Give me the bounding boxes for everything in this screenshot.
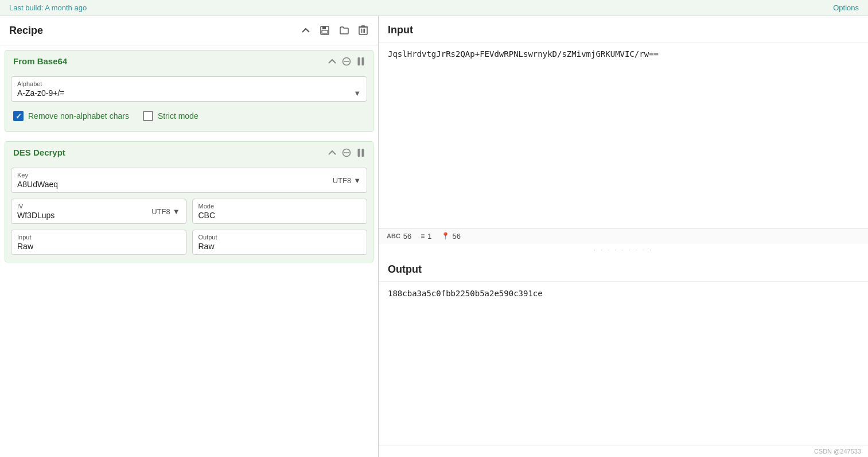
- recipe-header: Recipe: [0, 16, 378, 45]
- mode-label: Mode: [198, 203, 361, 210]
- main-layout: Recipe: [0, 16, 868, 457]
- recipe-title: Recipe: [9, 25, 43, 37]
- input-section: Input JqslHrdvtgJrRs2QAp+FEVdwRPNLswrnyk…: [379, 16, 868, 244]
- strict-mode-label: Strict mode: [158, 111, 198, 121]
- svg-rect-11: [358, 57, 360, 65]
- input-output-row: Input Raw Output Raw: [11, 230, 367, 255]
- input-box: Input Raw: [11, 230, 186, 255]
- from-base64-body: Alphabet A-Za-z0-9+/= ▼ ✓ Remove non-alp…: [5, 72, 373, 131]
- stat-position: 📍 56: [441, 232, 461, 241]
- chevron-up-icon: [301, 26, 310, 35]
- delete-button[interactable]: [357, 24, 369, 37]
- chevron-up-icon: [328, 58, 336, 65]
- save-button[interactable]: [318, 24, 331, 37]
- stat-char-count: ABC 56: [387, 232, 411, 241]
- des-decrypt-controls: [328, 148, 365, 157]
- iv-encoding-arrow: ▼: [173, 207, 180, 216]
- svg-rect-16: [362, 149, 364, 157]
- output-label: Output: [198, 234, 361, 241]
- folder-icon: [339, 25, 349, 36]
- recipe-actions: [300, 24, 369, 37]
- output-value[interactable]: Raw: [198, 242, 361, 251]
- mode-field-group: Mode CBC: [192, 199, 368, 224]
- svg-rect-5: [361, 26, 365, 27]
- input-value[interactable]: Raw: [17, 242, 180, 251]
- svg-rect-1: [322, 26, 326, 29]
- des-decrypt-disable-btn[interactable]: [342, 148, 351, 157]
- output-section-header: Output: [379, 255, 868, 282]
- iv-encoding-value: UTF8: [151, 207, 170, 216]
- left-panel: Recipe: [0, 16, 379, 457]
- des-decrypt-title[interactable]: DES Decrypt: [13, 148, 65, 157]
- input-content[interactable]: JqslHrdvtgJrRs2QAp+FEVdwRPNLswrnykD/sZMi…: [379, 42, 868, 228]
- alphabet-value: A-Za-z0-9+/=: [17, 88, 64, 98]
- load-button[interactable]: [338, 24, 351, 37]
- alphabet-dropdown-arrow[interactable]: ▼: [353, 89, 361, 98]
- from-base64-controls: [328, 57, 365, 66]
- checkboxes-row: ✓ Remove non-alphabet chars Strict mode: [11, 107, 367, 125]
- lines-icon: ≡: [421, 232, 425, 240]
- svg-rect-15: [358, 149, 360, 157]
- iv-label: IV: [17, 203, 55, 210]
- des-decrypt-header: DES Decrypt: [5, 142, 373, 163]
- last-build-link[interactable]: Last build: A month ago: [9, 3, 87, 12]
- iv-left: IV Wf3DLups: [17, 203, 55, 220]
- alphabet-field-row: A-Za-z0-9+/= ▼: [17, 88, 361, 98]
- strict-mode-box: [143, 111, 153, 121]
- abc-icon: ABC: [387, 233, 400, 239]
- options-link[interactable]: Options: [833, 3, 859, 12]
- remove-nonalpha-checkbox[interactable]: ✓ Remove non-alphabet chars: [13, 111, 129, 121]
- des-decrypt-collapse-btn[interactable]: [328, 149, 336, 156]
- chevron-up-icon: [328, 149, 336, 156]
- remove-nonalpha-box: ✓: [13, 111, 24, 121]
- trash-icon: [359, 25, 368, 36]
- position-icon: 📍: [441, 232, 450, 240]
- right-panel: Input JqslHrdvtgJrRs2QAp+FEVdwRPNLswrnyk…: [379, 16, 868, 457]
- svg-rect-2: [322, 30, 328, 33]
- save-icon: [320, 25, 330, 36]
- strict-mode-checkbox[interactable]: Strict mode: [143, 111, 198, 121]
- des-decrypt-block: DES Decrypt: [5, 141, 373, 262]
- input-section-header: Input: [379, 16, 868, 42]
- des-decrypt-pause-btn[interactable]: [357, 148, 365, 157]
- iv-value[interactable]: Wf3DLups: [17, 211, 55, 220]
- from-base64-block: From Base64: [5, 50, 373, 132]
- collapse-button[interactable]: [300, 25, 312, 36]
- remove-nonalpha-label: Remove non-alphabet chars: [28, 111, 129, 121]
- alphabet-label: Alphabet: [17, 80, 361, 87]
- pause-icon: [357, 148, 365, 157]
- key-label: Key: [17, 172, 333, 179]
- alphabet-dropdown[interactable]: Alphabet A-Za-z0-9+/= ▼: [11, 76, 367, 102]
- disable-icon: [342, 148, 351, 157]
- stat-char-value: 56: [403, 232, 411, 241]
- bottom-watermark: CSDN @247533: [379, 445, 868, 457]
- from-base64-pause-btn[interactable]: [357, 57, 365, 66]
- stat-lines: ≡ 1: [421, 232, 431, 241]
- iv-mode-row: IV Wf3DLups UTF8 ▼ Mode CBC: [11, 199, 367, 224]
- key-value[interactable]: A8UdWaeq: [17, 180, 333, 189]
- stat-position-value: 56: [453, 232, 461, 241]
- mode-value[interactable]: CBC: [198, 211, 361, 220]
- from-base64-header: From Base64: [5, 51, 373, 72]
- input-stats-bar: ABC 56 ≡ 1 📍 56: [379, 228, 868, 244]
- input-label: Input: [17, 234, 180, 241]
- key-encoding-value: UTF8: [333, 176, 352, 185]
- section-divider: · · · · · · · · ·: [379, 244, 868, 255]
- from-base64-disable-btn[interactable]: [342, 57, 351, 66]
- key-encoding-dropdown[interactable]: UTF8 ▼: [333, 176, 361, 185]
- output-box: Output Raw: [192, 230, 368, 255]
- disable-icon: [342, 57, 351, 66]
- output-content[interactable]: 188cba3a5c0fbb2250b5a2e590c391ce: [379, 282, 868, 445]
- iv-encoding-dropdown[interactable]: UTF8 ▼: [151, 207, 180, 216]
- output-section: Output 188cba3a5c0fbb2250b5a2e590c391ce: [379, 255, 868, 445]
- from-base64-title[interactable]: From Base64: [13, 56, 67, 66]
- pause-icon: [357, 57, 365, 66]
- key-left: Key A8UdWaeq: [17, 172, 333, 189]
- stat-lines-value: 1: [427, 232, 431, 241]
- top-bar: Last build: A month ago Options: [0, 0, 868, 16]
- check-mark: ✓: [15, 113, 22, 120]
- iv-field-group: IV Wf3DLups UTF8 ▼: [11, 199, 186, 224]
- from-base64-collapse-btn[interactable]: [328, 58, 336, 65]
- des-decrypt-body: Key A8UdWaeq UTF8 ▼ IV Wf3DLups: [5, 163, 373, 262]
- svg-rect-12: [362, 57, 364, 65]
